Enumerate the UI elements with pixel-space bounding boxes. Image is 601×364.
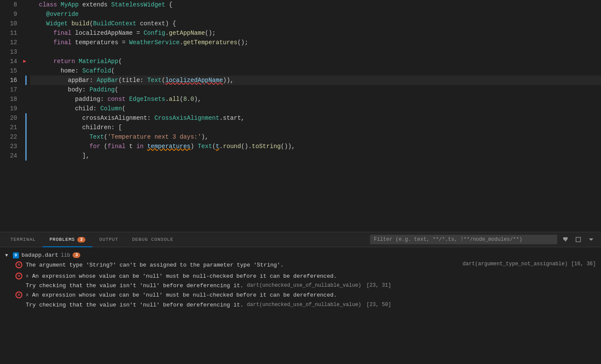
line-number: 24 <box>0 151 17 161</box>
code-line: home: Scaffold( <box>30 66 601 76</box>
token-plain: home: <box>32 67 82 74</box>
gutter: ▶ <box>22 0 30 232</box>
token-plain: padding: <box>32 96 107 103</box>
token-plain <box>32 20 46 27</box>
line-number: 18 <box>0 94 17 104</box>
token-plain: ()), <box>281 143 295 150</box>
line-number: 12 <box>0 38 17 47</box>
code-line: crossAxisAlignment: CrossAxisAlignment.s… <box>30 113 601 123</box>
gutter-row <box>22 113 30 123</box>
close-panel-icon[interactable] <box>586 235 596 244</box>
gutter-row <box>22 76 30 85</box>
filter-icon[interactable] <box>561 235 570 244</box>
file-header[interactable]: ▼ D badapp.dart lib 3 <box>0 251 601 260</box>
token-str: 'Temperature next 3 days:' <box>107 133 201 140</box>
token-cls: BuildContext <box>93 20 137 27</box>
panel-tab-terminal[interactable]: TERMINAL <box>3 232 42 247</box>
token-kw: final <box>53 30 71 36</box>
token-plain: ( <box>161 77 165 84</box>
filter-input[interactable] <box>370 237 557 243</box>
token-plain: appBar: <box>32 77 97 84</box>
gutter-row <box>22 104 30 113</box>
token-cls: Config <box>143 30 165 36</box>
error-message: The argument type 'String?' can't be ass… <box>26 261 459 270</box>
sub-error: Try checking that the value isn't 'null'… <box>0 301 601 309</box>
gutter-row <box>22 132 30 142</box>
line-number: 20 <box>0 113 17 123</box>
token-plain: ( <box>111 67 115 74</box>
gutter-row <box>22 0 30 9</box>
panel-tabs: TERMINALPROBLEMS3OUTPUTDEBUG CONSOLE <box>0 232 601 247</box>
token-cls: Text <box>89 133 104 140</box>
gutter-row <box>22 123 30 132</box>
gutter-row <box>22 47 30 57</box>
error-item[interactable]: ✕The argument type 'String?' can't be as… <box>0 260 601 271</box>
token-plain: (). <box>241 143 252 150</box>
token-fn: getTemperatures <box>183 39 237 46</box>
line-number: 10 <box>0 19 17 28</box>
maximize-icon[interactable] <box>574 235 583 244</box>
code-line: return MaterialApp( <box>30 57 601 66</box>
code-line: appBar: AppBar(title: Text(localizedAppN… <box>30 76 601 85</box>
error-icon: ✕ <box>15 273 22 279</box>
code-line: body: Padding( <box>30 85 601 94</box>
sub-error-text: Try checking that the value isn't 'null'… <box>26 282 243 289</box>
file-icon: D <box>13 252 19 258</box>
code-lines: class MyApp extends StatelessWidget { @o… <box>30 0 601 232</box>
line-number: 16 <box>0 76 17 85</box>
token-plain: (); <box>237 39 248 46</box>
token-cls: Widget <box>46 20 68 27</box>
token-cls: Column <box>100 105 122 112</box>
line-number: 14 <box>0 57 17 66</box>
token-plain: t <box>125 143 136 150</box>
token-plain: ( <box>115 86 118 93</box>
token-plain: body: <box>32 86 89 93</box>
code-line: padding: const EdgeInsets.all(8.0), <box>30 94 601 104</box>
expand-icon: ∧ <box>26 273 29 279</box>
error-item[interactable]: ✕∧An expression whose value can be 'null… <box>0 290 601 301</box>
token-plain <box>144 143 147 150</box>
token-cls: CrossAxisAlignment <box>155 115 219 121</box>
token-cls: Padding <box>89 86 115 93</box>
token-kw: class <box>39 1 57 8</box>
token-plain <box>75 58 79 65</box>
code-line <box>30 47 601 57</box>
token-plain: )), <box>223 77 234 84</box>
token-plain: extends <box>79 1 111 8</box>
gutter-bar <box>25 142 27 151</box>
code-line: final temperatures = WeatherService.getT… <box>30 38 601 47</box>
gutter-row <box>22 66 30 76</box>
token-num: 8.0 <box>183 96 194 103</box>
token-plain: .start, <box>219 115 245 121</box>
token-underline-red: localizedAppName <box>165 77 223 84</box>
chevron-icon: ▼ <box>5 253 10 258</box>
panel-tab-output[interactable]: OUTPUT <box>92 232 125 247</box>
token-plain <box>32 143 89 150</box>
error-code: dart(argument_type_not_assignable) <box>463 261 568 267</box>
token-plain: child: <box>32 105 100 112</box>
file-group: ▼ D badapp.dart lib 3 ✕The argument type… <box>0 249 601 311</box>
line-number: 13 <box>0 47 17 57</box>
gutter-row <box>22 19 30 28</box>
error-item[interactable]: ✕∧An expression whose value can be 'null… <box>0 271 601 282</box>
token-plain: ( <box>122 105 125 112</box>
panel-tab-problems[interactable]: PROBLEMS3 <box>42 232 92 247</box>
gutter-row <box>22 38 30 47</box>
token-cls: Text <box>198 143 212 150</box>
panel-tab-debug-console[interactable]: DEBUG CONSOLE <box>125 232 180 247</box>
code-line: child: Column( <box>30 104 601 113</box>
line-number: 11 <box>0 28 17 38</box>
line-number: 21 <box>0 123 17 132</box>
line-number: 17 <box>0 85 17 94</box>
code-line: final localizedAppName = Config.getAppNa… <box>30 28 601 38</box>
arrow-marker: ▶ <box>23 58 26 64</box>
problems-content: ▼ D badapp.dart lib 3 ✕The argument type… <box>0 247 601 364</box>
sub-error-text: Try checking that the value isn't 'null'… <box>26 302 243 308</box>
gutter-bar <box>25 113 27 123</box>
gutter-row <box>22 142 30 151</box>
token-fn: build <box>71 20 89 27</box>
token-plain: crossAxisAlignment: <box>32 115 155 121</box>
token-plain: ( <box>180 96 183 103</box>
token-cls: Scaffold <box>82 67 111 74</box>
token-cls: MyApp <box>61 1 79 8</box>
